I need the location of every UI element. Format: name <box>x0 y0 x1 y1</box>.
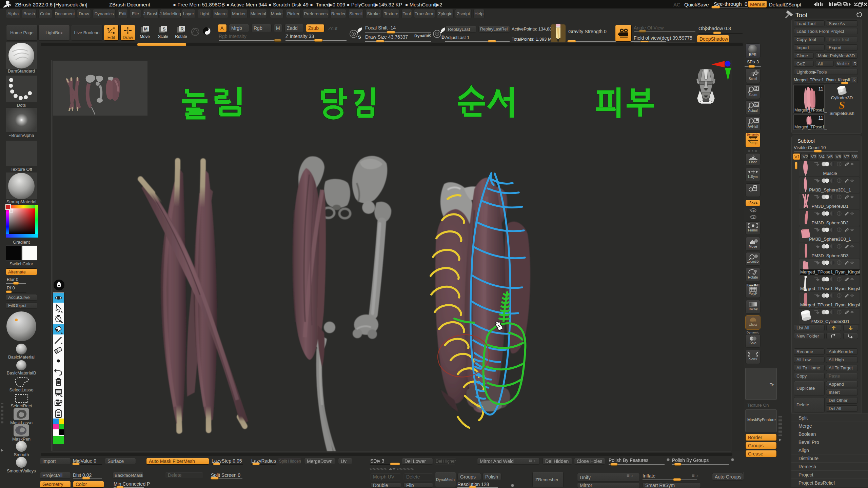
svg-text:D: D <box>441 35 445 40</box>
svg-text:Y: Y <box>753 209 755 212</box>
svg-text:S: S <box>358 35 361 40</box>
svg-text:S: S <box>839 100 845 110</box>
svg-text:S: S <box>163 26 166 32</box>
svg-text:R: R <box>180 26 184 32</box>
svg-text:BPR: BPR <box>749 53 757 57</box>
svg-text:Z: Z <box>753 216 754 219</box>
svg-text:M: M <box>144 26 148 32</box>
svg-text:x1: x1 <box>754 103 758 106</box>
